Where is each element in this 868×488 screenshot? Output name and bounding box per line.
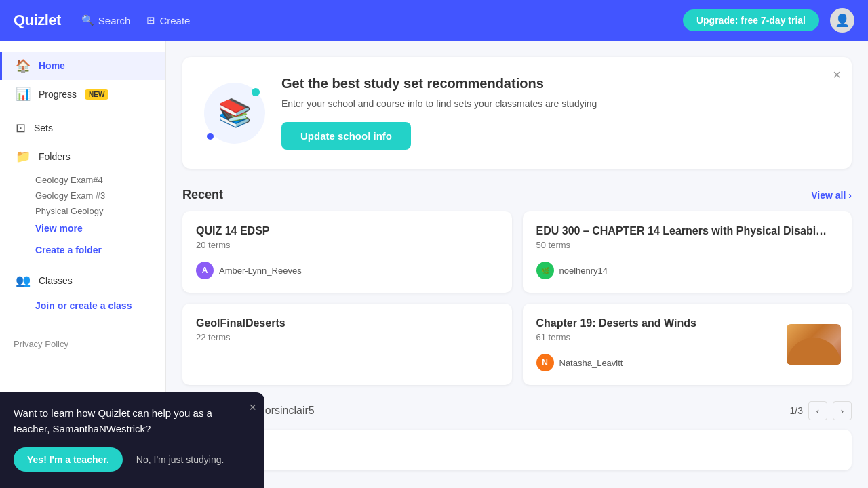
toast-close-button[interactable]: × xyxy=(249,401,256,415)
recent-cards-grid: QUIZ 14 EDSP 20 terms A Amber-Lynn_Reeve… xyxy=(182,211,852,385)
promo-title: Get the best study set recommendations xyxy=(281,76,597,92)
sidebar-item-progress[interactable]: 📊 Progress NEW xyxy=(0,80,165,108)
sidebar-item-home[interactable]: 🏠 Home xyxy=(0,52,165,80)
card-title-3: GeolFinalDeserts xyxy=(196,317,498,329)
bottom-placeholder-card xyxy=(182,430,852,470)
author-name-2: noelhenry14 xyxy=(559,266,608,276)
card-title-1: QUIZ 14 EDSP xyxy=(196,225,498,237)
recent-title: Recent xyxy=(182,188,223,202)
study-card-1[interactable]: QUIZ 14 EDSP 20 terms A Amber-Lynn_Reeve… xyxy=(182,211,512,293)
card-terms-3: 22 terms xyxy=(196,332,498,342)
search-label: Search xyxy=(98,15,131,26)
pagination-controls: 1/3 ‹ › xyxy=(790,401,852,420)
folders-icon: 📁 xyxy=(16,149,31,164)
studied-section-row: …ied sets by taylorsinclair5 1/3 ‹ › xyxy=(182,401,852,420)
update-school-button[interactable]: Update school info xyxy=(281,122,411,150)
view-all-link[interactable]: View all › xyxy=(811,190,852,201)
author-avatar-4: N xyxy=(536,354,554,371)
teacher-toast: × Want to learn how Quizlet can help you… xyxy=(0,392,264,488)
progress-icon: 📊 xyxy=(16,87,31,102)
promo-card: 📚 Get the best study set recommendations… xyxy=(182,57,852,169)
author-avatar-1: A xyxy=(196,262,214,279)
promo-dot-teal xyxy=(252,88,260,96)
toast-message: Want to learn how Quizlet can help you a… xyxy=(14,406,251,436)
chevron-right-icon: › xyxy=(848,190,852,201)
join-class-link[interactable]: Join or create a class xyxy=(0,295,165,317)
prev-page-button[interactable]: ‹ xyxy=(808,401,827,420)
study-card-2[interactable]: EDU 300 – CHAPTER 14 Learners with Physi… xyxy=(523,211,852,293)
create-label: Create xyxy=(159,15,190,26)
page-indicator: 1/3 xyxy=(790,405,803,416)
privacy-policy-link[interactable]: Privacy Policy xyxy=(0,333,165,354)
card-terms-1: 20 terms xyxy=(196,240,498,250)
promo-description: Enter your school and course info to fin… xyxy=(281,97,597,111)
folder-item-physical-geology[interactable]: Physical Geology xyxy=(0,202,165,218)
search-icon: 🔍 xyxy=(81,14,94,26)
sets-icon: ⊡ xyxy=(16,121,26,136)
recent-section-header: Recent View all › xyxy=(182,188,852,202)
header: Quizlet 🔍 Search ⊞ Create Upgrade: free … xyxy=(0,0,868,41)
folders-label: Folders xyxy=(39,151,71,162)
view-all-label: View all xyxy=(811,190,846,201)
promo-dot-blue xyxy=(207,133,214,140)
create-folder-link[interactable]: Create a folder xyxy=(0,239,165,261)
card-author-2: 🌿 noelhenry14 xyxy=(536,262,839,279)
toast-yes-button[interactable]: Yes! I'm a teacher. xyxy=(14,447,123,472)
classes-label: Classes xyxy=(39,275,73,286)
toast-no-button[interactable]: No, I'm just studying. xyxy=(130,447,231,472)
sets-label: Sets xyxy=(34,123,53,134)
sidebar-item-folders[interactable]: 📁 Folders xyxy=(0,142,165,171)
card-terms-2: 50 terms xyxy=(536,240,839,250)
card-author-1: A Amber-Lynn_Reeves xyxy=(196,262,498,279)
progress-label: Progress xyxy=(39,89,77,100)
main-content: 📚 Get the best study set recommendations… xyxy=(166,41,868,488)
sidebar-item-sets[interactable]: ⊡ Sets xyxy=(0,114,165,142)
next-page-button[interactable]: › xyxy=(833,401,852,420)
upgrade-button[interactable]: Upgrade: free 7-day trial xyxy=(683,9,819,31)
sidebar-item-classes[interactable]: 👥 Classes xyxy=(0,266,165,295)
desert-image xyxy=(787,324,841,365)
desert-dune xyxy=(787,338,841,365)
folder-item-geology3[interactable]: Geology Exam #3 xyxy=(0,186,165,202)
author-name-1: Amber-Lynn_Reeves xyxy=(219,266,302,276)
sidebar-divider xyxy=(0,325,165,325)
create-button[interactable]: ⊞ Create xyxy=(146,14,190,26)
author-name-4: Natasha_Leavitt xyxy=(559,358,623,368)
view-more-link[interactable]: View more xyxy=(0,218,165,239)
folder-item-geology4[interactable]: Geology Exam#4 xyxy=(0,171,165,186)
card-thumbnail-4 xyxy=(787,324,841,365)
author-avatar-2: 🌿 xyxy=(536,262,554,279)
home-icon: 🏠 xyxy=(16,58,31,73)
classes-icon: 👥 xyxy=(16,273,31,288)
toast-buttons: Yes! I'm a teacher. No, I'm just studyin… xyxy=(14,447,251,472)
promo-illustration: 📚 xyxy=(204,83,265,144)
quizlet-logo: Quizlet xyxy=(14,12,61,29)
promo-text: Get the best study set recommendations E… xyxy=(281,76,597,150)
study-card-3[interactable]: GeolFinalDeserts 22 terms xyxy=(182,304,512,385)
study-card-4[interactable]: Chapter 19: Deserts and Winds 61 terms N… xyxy=(523,304,852,385)
home-label: Home xyxy=(39,60,65,71)
card-title-2: EDU 300 – CHAPTER 14 Learners with Physi… xyxy=(536,225,839,237)
user-avatar[interactable]: 👤 xyxy=(830,8,854,33)
promo-close-button[interactable]: × xyxy=(833,68,841,81)
progress-badge: NEW xyxy=(85,89,108,100)
create-icon: ⊞ xyxy=(146,14,155,26)
search-button[interactable]: 🔍 Search xyxy=(81,14,131,26)
